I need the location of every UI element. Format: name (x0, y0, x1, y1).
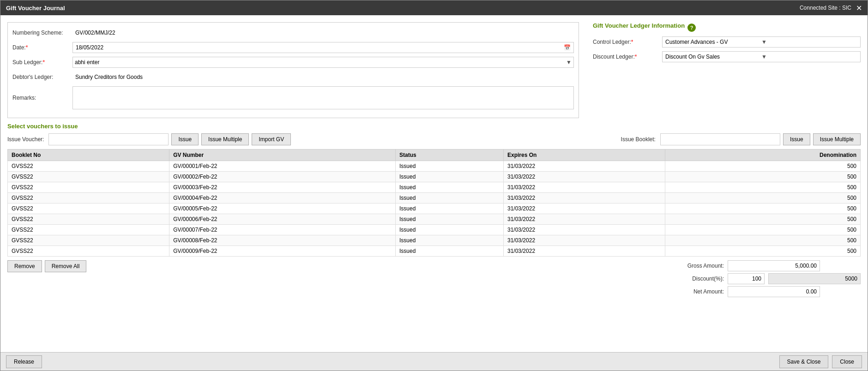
discount-ledger-row: Discount Ledger:* Discount On Gv Sales ▼ (593, 51, 861, 62)
net-amount-value: 0.00 (728, 286, 820, 297)
footer: Release Save & Close Close (0, 352, 868, 371)
sub-ledger-value: abhi enter (75, 59, 99, 66)
cell-expires-on: 31/03/2022 (504, 235, 665, 246)
table-actions-area: Remove Remove All Gross Amount: 5,000.00… (7, 260, 861, 297)
debtors-ledger-value: Sundry Creditors for Goods (72, 72, 574, 83)
cell-booklet-no: GVSS22 (8, 172, 169, 182)
sub-ledger-row: Sub Ledger:* abhi enter ▼ (12, 57, 574, 68)
cell-status: Issued (396, 246, 504, 257)
cell-denomination: 500 (665, 225, 861, 235)
cell-status: Issued (396, 161, 504, 172)
table-row: GVSS22 GV/00003/Feb-22 Issued 31/03/2022… (8, 182, 861, 193)
cell-gv-number: GV/00001/Feb-22 (169, 161, 396, 172)
cell-status: Issued (396, 193, 504, 203)
issue-button[interactable]: Issue (171, 133, 199, 145)
cell-gv-number: GV/00005/Feb-22 (169, 203, 396, 214)
cell-denomination: 500 (665, 182, 861, 193)
gross-amount-row: Gross Amount: 5,000.00 (664, 260, 861, 271)
debtors-ledger-row: Debtor's Ledger: Sundry Creditors for Go… (12, 72, 574, 83)
remarks-row: Remarks: (12, 86, 574, 109)
table-buttons: Remove Remove All (7, 260, 86, 272)
issue-voucher-label: Issue Voucher: (7, 136, 44, 143)
control-ledger-label: Control Ledger:* (593, 39, 662, 45)
cell-booklet-no: GVSS22 (8, 246, 169, 257)
cell-booklet-no: GVSS22 (8, 225, 169, 235)
calendar-icon[interactable]: 📅 (561, 44, 573, 51)
control-ledger-row: Control Ledger:* Customer Advances - GV … (593, 36, 861, 48)
remove-button[interactable]: Remove (7, 260, 42, 272)
issue-multiple-button[interactable]: Issue Multiple (201, 133, 249, 145)
table-row: GVSS22 GV/00009/Feb-22 Issued 31/03/2022… (8, 246, 861, 257)
main-content: Numbering Scheme: GV/002/MMJ/22 Date:* 📅… (0, 15, 868, 352)
discount-row: Discount(%): 5000 (664, 273, 861, 284)
cell-expires-on: 31/03/2022 (504, 161, 665, 172)
gross-amount-label: Gross Amount: (664, 263, 724, 269)
issue-booklet-input[interactable] (660, 133, 780, 145)
numbering-scheme-label: Numbering Scheme: (12, 30, 72, 36)
cell-denomination: 500 (665, 193, 861, 203)
cell-denomination: 500 (665, 203, 861, 214)
cell-expires-on: 31/03/2022 (504, 246, 665, 257)
date-input-wrapper: 📅 (72, 42, 574, 53)
discount-input[interactable] (728, 273, 765, 284)
col-denomination: Denomination (665, 150, 861, 161)
table-row: GVSS22 GV/00007/Feb-22 Issued 31/03/2022… (8, 225, 861, 235)
discount-ledger-value: Discount On Gv Sales (665, 54, 761, 60)
col-gv-number: GV Number (169, 150, 396, 161)
window-title: Gift Voucher Journal (6, 5, 65, 12)
gross-amount-value: 5,000.00 (728, 260, 820, 271)
remove-all-button[interactable]: Remove All (45, 260, 87, 272)
cell-status: Issued (396, 172, 504, 182)
cell-expires-on: 31/03/2022 (504, 225, 665, 235)
issue-voucher-input[interactable] (48, 133, 169, 145)
sub-ledger-select[interactable]: abhi enter ▼ (72, 57, 574, 68)
issue-booklet-multiple-button[interactable]: Issue Multiple (813, 133, 861, 145)
cell-gv-number: GV/00007/Feb-22 (169, 225, 396, 235)
close-icon[interactable]: ✕ (856, 4, 862, 12)
cell-denomination: 500 (665, 246, 861, 257)
cell-denomination: 500 (665, 235, 861, 246)
cell-gv-number: GV/00004/Feb-22 (169, 193, 396, 203)
footer-left: Release (6, 355, 42, 368)
table-row: GVSS22 GV/00004/Feb-22 Issued 31/03/2022… (8, 193, 861, 203)
col-status: Status (396, 150, 504, 161)
col-booklet-no: Booklet No (8, 150, 169, 161)
select-vouchers-title: Select vouchers to issue (7, 123, 861, 130)
table-row: GVSS22 GV/00002/Feb-22 Issued 31/03/2022… (8, 172, 861, 182)
cell-booklet-no: GVSS22 (8, 161, 169, 172)
discount-ledger-select[interactable]: Discount On Gv Sales ▼ (662, 51, 861, 62)
help-icon[interactable]: ? (687, 24, 696, 32)
remarks-input[interactable] (72, 86, 574, 109)
left-form: Numbering Scheme: GV/002/MMJ/22 Date:* 📅… (7, 22, 579, 118)
discount-ledger-dropdown-icon: ▼ (761, 54, 857, 60)
title-bar: Gift Voucher Journal Connected Site : SI… (0, 0, 868, 15)
import-gv-button[interactable]: Import GV (252, 133, 291, 145)
cell-booklet-no: GVSS22 (8, 182, 169, 193)
main-window: Gift Voucher Journal Connected Site : SI… (0, 0, 868, 371)
issue-booklet-button[interactable]: Issue (783, 133, 810, 145)
cell-booklet-no: GVSS22 (8, 203, 169, 214)
cell-expires-on: 31/03/2022 (504, 203, 665, 214)
issue-voucher-row: Issue Voucher: Issue Issue Multiple Impo… (7, 133, 861, 145)
numbering-scheme-value: GV/002/MMJ/22 (72, 27, 574, 38)
cell-denomination: 500 (665, 214, 861, 225)
cell-gv-number: GV/00003/Feb-22 (169, 182, 396, 193)
release-button[interactable]: Release (6, 355, 42, 368)
close-button[interactable]: Close (832, 355, 862, 368)
table-row: GVSS22 GV/00006/Feb-22 Issued 31/03/2022… (8, 214, 861, 225)
cell-expires-on: 31/03/2022 (504, 172, 665, 182)
col-expires-on: Expires On (504, 150, 665, 161)
voucher-table: Booklet No GV Number Status Expires On D… (7, 149, 861, 257)
numbering-scheme-row: Numbering Scheme: GV/002/MMJ/22 (12, 27, 574, 38)
discount-computed: 5000 (768, 273, 861, 284)
gvl-title: Gift Voucher Ledger Information (593, 22, 685, 29)
cell-status: Issued (396, 182, 504, 193)
remarks-label: Remarks: (12, 95, 72, 101)
control-ledger-select[interactable]: Customer Advances - GV ▼ (662, 36, 861, 48)
sub-ledger-label: Sub Ledger:* (12, 59, 72, 66)
date-input[interactable] (73, 42, 561, 53)
cell-expires-on: 31/03/2022 (504, 182, 665, 193)
right-form: Gift Voucher Ledger Information ? Contro… (593, 22, 861, 118)
save-close-button[interactable]: Save & Close (779, 355, 829, 368)
cell-denomination: 500 (665, 161, 861, 172)
